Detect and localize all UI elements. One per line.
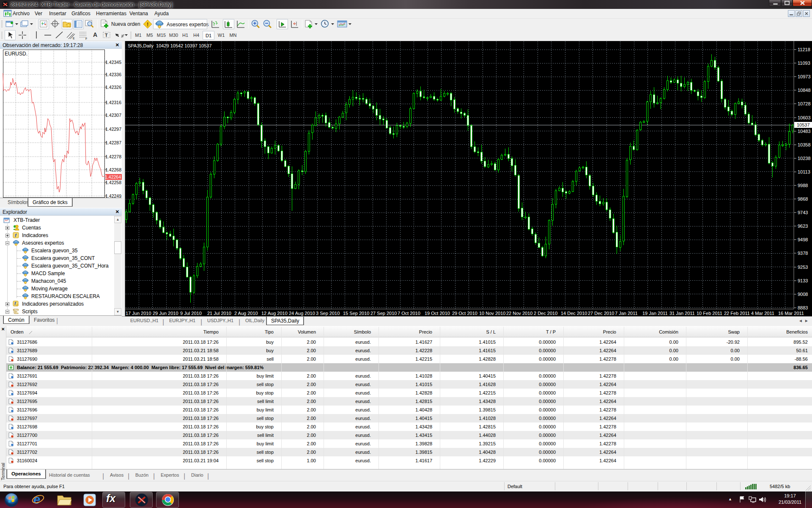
svg-text:29 Jun 2010: 29 Jun 2010 [153, 311, 178, 316]
svg-text:31 Jan 2011: 31 Jan 2011 [669, 311, 695, 316]
svg-text:10238: 10238 [798, 156, 811, 161]
svg-text:E: E [73, 37, 75, 40]
svg-text:9378: 9378 [798, 251, 808, 256]
svg-text:1.42316: 1.42316 [105, 100, 121, 105]
svg-text:1.42278: 1.42278 [105, 154, 121, 159]
svg-text:1.42287: 1.42287 [105, 140, 121, 145]
svg-text:10 Feb 2011: 10 Feb 2011 [697, 311, 722, 316]
svg-text:9988: 9988 [798, 183, 808, 188]
svg-text:1.42264: 1.42264 [105, 174, 121, 179]
svg-text:9008: 9008 [798, 292, 808, 297]
svg-text:10973: 10973 [798, 74, 811, 79]
svg-text:10603: 10603 [798, 115, 811, 120]
svg-text:T: T [105, 33, 108, 38]
svg-text:9623: 9623 [798, 224, 808, 229]
svg-text:1.42336: 1.42336 [105, 72, 121, 77]
svg-text:11093: 11093 [798, 61, 810, 66]
svg-text:1.42258: 1.42258 [105, 180, 121, 185]
svg-text:14 Dec 2010: 14 Dec 2010 [561, 311, 587, 316]
svg-text:7 Oct 2010: 7 Oct 2010 [398, 311, 420, 316]
svg-text:10537: 10537 [797, 122, 810, 127]
svg-text:1.42268: 1.42268 [105, 167, 121, 172]
svg-text:21 Jul 2010: 21 Jul 2010 [207, 311, 231, 316]
svg-text:11218: 11218 [798, 47, 810, 52]
svg-text:10113: 10113 [798, 169, 810, 174]
svg-text:9253: 9253 [798, 265, 808, 270]
svg-text:10848: 10848 [798, 88, 811, 93]
svg-text:27 Dec 2010: 27 Dec 2010 [588, 311, 614, 316]
svg-text:22 Feb 2011: 22 Feb 2011 [724, 311, 750, 316]
svg-text:10 Nov 2010: 10 Nov 2010 [479, 311, 505, 316]
svg-text:9133: 9133 [798, 278, 808, 283]
svg-text:1.42307: 1.42307 [105, 113, 121, 118]
svg-text:F: F [85, 37, 87, 40]
svg-text:2 Dec 2010: 2 Dec 2010 [534, 311, 557, 316]
svg-text:3 Sep 2010: 3 Sep 2010 [316, 311, 340, 316]
svg-text:10483: 10483 [798, 129, 811, 134]
svg-text:9 Jul 2010: 9 Jul 2010 [180, 311, 202, 316]
svg-text:1.42297: 1.42297 [105, 127, 121, 132]
svg-text:12 Aug 2010: 12 Aug 2010 [261, 311, 288, 316]
svg-text:24 Aug 2010: 24 Aug 2010 [289, 311, 315, 316]
svg-text:9868: 9868 [798, 196, 808, 202]
svg-text:10358: 10358 [798, 142, 811, 147]
svg-text:9743: 9743 [798, 210, 808, 215]
svg-text:1.42326: 1.42326 [105, 85, 121, 90]
svg-text:17 Jun 2010: 17 Jun 2010 [126, 311, 151, 316]
svg-text:1.42345: 1.42345 [105, 60, 121, 65]
svg-text:9498: 9498 [798, 237, 808, 242]
svg-text:10728: 10728 [798, 101, 811, 106]
svg-text:16 Mar 2011: 16 Mar 2011 [778, 311, 804, 316]
svg-text:2 Aug 2010: 2 Aug 2010 [234, 311, 258, 316]
svg-text:22 Nov 2010: 22 Nov 2010 [506, 311, 532, 316]
svg-text:8883: 8883 [798, 305, 808, 310]
svg-text:19 Oct 2010: 19 Oct 2010 [425, 311, 450, 316]
svg-text:15 Sep 2010: 15 Sep 2010 [343, 311, 369, 316]
svg-text:!: ! [147, 21, 148, 28]
svg-text:1.42249: 1.42249 [105, 193, 121, 198]
svg-text:e: e [33, 493, 40, 506]
svg-text:4 Mar 2011: 4 Mar 2011 [751, 311, 774, 316]
svg-text:EURUSD.: EURUSD. [5, 51, 27, 57]
svg-text:7 Jan 2011: 7 Jan 2011 [615, 311, 638, 316]
svg-text:29 Oct 2010: 29 Oct 2010 [452, 311, 477, 316]
svg-text:27 Sep 2010: 27 Sep 2010 [370, 311, 397, 316]
svg-text:19 Jan 2011: 19 Jan 2011 [642, 311, 668, 316]
